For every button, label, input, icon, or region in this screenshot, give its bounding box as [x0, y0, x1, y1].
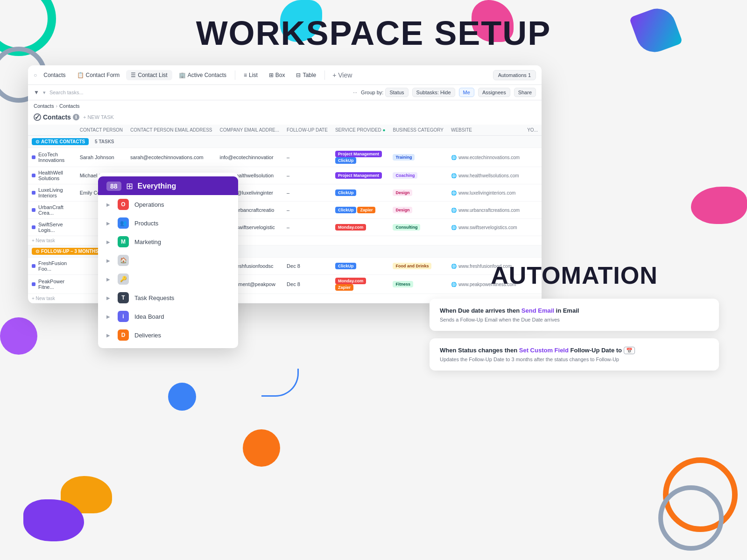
highlight: Set Custom Field — [519, 347, 569, 354]
nav-active-contacts[interactable]: 🏢 Active Contacts — [174, 70, 231, 80]
dropdown-items: ▶ O Operations ▶ 👥 Products ▶ M Marketin… — [98, 195, 238, 344]
toolbar-right: Group by: Status Subtasks: Hide Me Assig… — [361, 88, 536, 97]
nav-table[interactable]: ⊟ Table — [291, 70, 321, 80]
dropdown-item-label: Operations — [134, 201, 164, 208]
col-website: WEBSITE — [447, 125, 523, 136]
biz-category-tag: Design — [393, 207, 412, 213]
biz-category-tag: Coaching — [393, 172, 417, 179]
breadcrumb-contacts[interactable]: Contacts — [34, 103, 54, 109]
dropdown-expand-icon: ▶ — [106, 333, 110, 338]
active-contacts-label: Active Contacts — [188, 72, 226, 78]
filter-arrow: ▾ — [43, 90, 46, 96]
info-icon: ℹ — [73, 114, 79, 120]
globe-icon: 🌐 — [451, 208, 457, 213]
active-contacts-icon: 🏢 — [179, 72, 186, 78]
share-btn[interactable]: Share — [514, 88, 536, 97]
company-cell: LuxeLiving Interiors — [28, 184, 76, 202]
company-cell: UrbanCraft Crea... — [28, 202, 76, 219]
dropdown-item-blank1[interactable]: ▶ 🏠 — [98, 251, 238, 270]
biz-category-tag: Consulting — [393, 224, 420, 231]
website-url: www.luxelivinginteriors.com — [458, 190, 515, 196]
search-input[interactable]: Search tasks... — [49, 90, 349, 95]
company-name: SwiftServe Logis... — [38, 222, 72, 233]
nav-sep-2 — [324, 70, 325, 80]
biz-category-cell: Coaching — [389, 167, 447, 184]
website-url: www.swiftservelogistics.com — [458, 225, 517, 230]
globe-icon: 🌐 — [451, 190, 457, 196]
filter-icon[interactable]: ▼ — [34, 89, 39, 96]
col-company-email: COMPANY EMAIL ADDRE... — [216, 125, 283, 136]
me-btn[interactable]: Me — [459, 88, 474, 97]
service-tag: ClickUp — [335, 157, 357, 164]
company-cell: SwiftServe Logis... — [28, 219, 76, 236]
dropdown-expand-icon: ▶ — [106, 277, 110, 282]
website-url: www.ecotechinnovations.com — [458, 155, 520, 160]
page-title: WORKSPACE SETUP — [0, 14, 747, 52]
nav-list[interactable]: ≡ List — [239, 70, 262, 80]
dropdown-expand-icon: ▶ — [106, 239, 110, 245]
list-icon: ≡ — [244, 72, 247, 78]
automations-count: 1 — [528, 72, 531, 78]
automation-card-card1: When Due date arrives then Send Email in… — [430, 299, 719, 331]
dropdown-menu[interactable]: 88 ⊞ Everything ▶ O Operations ▶ 👥 Produ… — [98, 173, 238, 348]
service-tag: ClickUp — [335, 207, 357, 213]
company-email-cell: info@ecotechinnovatior — [216, 148, 283, 167]
check-circle-icon: ✓ — [34, 113, 41, 121]
website-url: www.urbancraftcreations.com — [458, 208, 520, 213]
highlight: Send Email — [521, 307, 554, 314]
table-label: Table — [303, 72, 316, 78]
assignees-btn[interactable]: Assignees — [478, 88, 510, 97]
dropdown-item-task_requests[interactable]: ▶ T Task Requests — [98, 288, 238, 307]
contacts-search-icon: ○ — [34, 72, 37, 78]
company-dot — [32, 155, 35, 159]
globe-icon: 🌐 — [451, 225, 457, 230]
company-dot — [32, 208, 35, 212]
new-task-button[interactable]: + NEW TASK — [83, 114, 114, 120]
breadcrumb-contacts-sub[interactable]: Contacts — [59, 103, 79, 109]
company-dot — [32, 174, 35, 177]
website-cell: 🌐 www.swiftservelogistics.com — [447, 219, 523, 236]
section-badge: ⊙FOLLOW-UP – 3 MONTHS — [32, 248, 102, 255]
service-tag: ClickUp — [335, 263, 357, 269]
col-contact-person: CONTACT PERSON — [76, 125, 127, 136]
group-by-status-btn[interactable]: Status — [385, 88, 408, 97]
dropdown-item-blank2[interactable]: ▶ 🔑 — [98, 270, 238, 288]
automation-card-headline: When Due date arrives then Send Email in… — [440, 307, 709, 314]
company-dot — [32, 225, 35, 229]
contacts-heading: Contacts — [43, 113, 71, 121]
contacts-header: ✓ Contacts ℹ + NEW TASK — [28, 112, 542, 125]
company-cell: FreshFusion Foo... — [28, 258, 76, 275]
nav-contacts[interactable]: Contacts — [39, 70, 70, 80]
subtasks-btn[interactable]: Subtasks: Hide — [412, 88, 455, 97]
automation-card-card2: When Status changes then Set Custom Fiel… — [430, 338, 719, 371]
dropdown-expand-icon: ▶ — [106, 314, 110, 319]
company-name: LuxeLiving Interiors — [38, 187, 72, 198]
dropdown-grid-icon: ⊞ — [126, 181, 133, 191]
box-icon: ⊞ — [269, 72, 274, 78]
more-options-icon[interactable]: ··· — [353, 90, 357, 95]
yo-cell — [523, 148, 542, 167]
globe-icon: 🌐 — [451, 173, 457, 178]
nav-plus-view[interactable]: + View — [329, 70, 356, 81]
table-row[interactable]: EcoTech Innovations Sarah Johnson sarah@… — [28, 148, 542, 167]
nav-contact-list[interactable]: ☰ Contact List — [126, 70, 172, 80]
box-label: Box — [275, 72, 285, 78]
follow-up-cell: – — [283, 167, 331, 184]
nav-sep-1 — [235, 70, 235, 80]
section-header-active: ⊙ACTIVE CONTACTS 5 TASKS — [28, 136, 542, 148]
biz-category-tag: Design — [393, 189, 412, 196]
dropdown-item-products[interactable]: ▶ 👥 Products — [98, 214, 238, 232]
dropdown-item-marketing[interactable]: ▶ M Marketing — [98, 232, 238, 251]
nav-contact-form[interactable]: 📋 Contact Form — [72, 70, 125, 80]
dropdown-item-operations[interactable]: ▶ O Operations — [98, 195, 238, 214]
company-name: FreshFusion Foo... — [38, 260, 72, 272]
follow-up-cell: Dec 8 — [283, 258, 331, 275]
automations-button[interactable]: Automations 1 — [493, 70, 536, 80]
dropdown-item-deliveries[interactable]: ▶ D Deliveries — [98, 326, 238, 344]
nav-box[interactable]: ⊞ Box — [264, 70, 290, 80]
dropdown-item-idea_board[interactable]: ▶ i Idea Board — [98, 307, 238, 326]
contact-email-cell: sarah@ecotechinnovations.com — [127, 148, 216, 167]
globe-icon: 🌐 — [451, 155, 457, 160]
automation-card-headline: When Status changes then Set Custom Fiel… — [440, 347, 709, 354]
service-cell: Project Management — [331, 167, 389, 184]
